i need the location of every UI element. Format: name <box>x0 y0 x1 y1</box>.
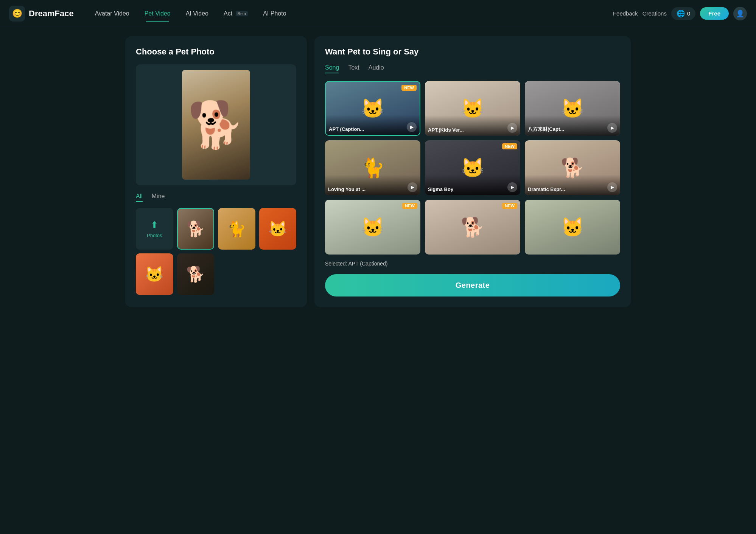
nav-right: Feedback Creations 🌐 0 Free 👤 <box>613 7 747 20</box>
new-badge-sigma: NEW <box>502 143 517 149</box>
song-label-sigma: Sigma Boy ▶ <box>425 175 520 195</box>
right-panel: Want Pet to Sing or Say Song Text Audio … <box>314 36 631 307</box>
feedback-link[interactable]: Feedback <box>613 10 638 17</box>
logo-text: DreamFace <box>29 9 74 19</box>
nav-item-ai-video[interactable]: AI Video <box>180 7 215 20</box>
nav-item-act[interactable]: Act Beta <box>218 7 254 20</box>
song-tabs: Song Text Audio <box>325 64 620 73</box>
tab-text[interactable]: Text <box>348 64 359 73</box>
globe-icon: 🌐 <box>677 9 685 18</box>
thumb-img-cat-fat: 🐱 <box>259 208 297 250</box>
play-btn-loving[interactable]: ▶ <box>408 182 417 192</box>
nav-item-pet-video[interactable]: Pet Video <box>138 7 177 20</box>
thumb-img-dog2: 🐕 <box>177 253 215 295</box>
play-btn-apt-kids[interactable]: ▶ <box>507 123 517 133</box>
upload-label: Photos <box>147 233 162 238</box>
left-panel-title: Choose a Pet Photo <box>136 47 296 57</box>
photo-thumb-dog1[interactable]: 🐕 <box>177 208 215 250</box>
new-badge-row3a: NEW <box>402 203 417 209</box>
song-card-row3b[interactable]: 🐕 NEW <box>425 200 520 255</box>
photo-thumb-cat1[interactable]: 🐈 <box>218 208 255 250</box>
tab-mine[interactable]: Mine <box>152 193 165 202</box>
song-card-apt-cap[interactable]: 🐱 NEW APT (Caption... ▶ <box>325 81 420 136</box>
song-card-loving[interactable]: 🐈 Loving You at ... ▶ <box>325 140 420 195</box>
song-card-sigma[interactable]: 🐱 NEW Sigma Boy ▶ <box>425 140 520 195</box>
act-badge: Beta <box>236 11 248 16</box>
upload-icon: ⬆ <box>151 220 158 230</box>
thumb-img-cat-orange: 🐱 <box>136 253 173 295</box>
nav-item-avatar-video[interactable]: Avatar Video <box>89 7 135 20</box>
logo-icon: 😊 <box>9 6 25 22</box>
selected-song-text: Selected: APT (Captioned) <box>325 261 620 267</box>
tab-song[interactable]: Song <box>325 64 339 73</box>
creations-link[interactable]: Creations <box>642 10 667 17</box>
credits-display: 🌐 0 <box>671 7 695 20</box>
navbar: 😊 DreamFace Avatar Video Pet Video AI Vi… <box>0 0 756 27</box>
new-badge-row3b: NEW <box>502 203 517 209</box>
free-button[interactable]: Free <box>700 7 729 20</box>
song-img-row3c: 🐱 <box>525 200 620 255</box>
photo-thumb-dog2[interactable]: 🐕 <box>177 253 215 295</box>
play-btn-bafang[interactable]: ▶ <box>607 123 617 133</box>
song-label-bafang: 八方来财(Capt... ▶ <box>525 115 620 136</box>
play-btn-apt-cap[interactable]: ▶ <box>407 122 417 132</box>
song-label-loving: Loving You at ... ▶ <box>325 175 420 195</box>
thumb-img-cat1: 🐈 <box>218 208 255 250</box>
play-btn-dramatic[interactable]: ▶ <box>607 182 617 192</box>
left-panel: Choose a Pet Photo All Mine ⬆ Photos 🐕 🐈 <box>125 36 307 307</box>
photo-tabs: All Mine <box>136 193 296 202</box>
photo-grid: ⬆ Photos 🐕 🐈 🐱 🐱 🐕 <box>136 208 296 295</box>
nav-item-ai-photo[interactable]: AI Photo <box>257 7 292 20</box>
tab-audio[interactable]: Audio <box>369 64 384 73</box>
generate-button[interactable]: Generate <box>325 274 620 296</box>
new-badge-apt-cap: NEW <box>401 85 417 91</box>
logo[interactable]: 😊 DreamFace <box>9 6 74 22</box>
play-btn-sigma[interactable]: ▶ <box>507 182 517 192</box>
main-content: Choose a Pet Photo All Mine ⬆ Photos 🐕 🐈 <box>113 27 643 316</box>
credits-count: 0 <box>687 10 690 17</box>
song-card-dramatic[interactable]: 🐕 Dramatic Expr... ▶ <box>525 140 620 195</box>
photo-thumb-cat-orange[interactable]: 🐱 <box>136 253 173 295</box>
right-panel-title: Want Pet to Sing or Say <box>325 47 620 57</box>
song-label-apt-cap: APT (Caption... ▶ <box>326 115 420 135</box>
main-photo-area <box>136 64 296 185</box>
song-grid: 🐱 NEW APT (Caption... ▶ 🐱 APT.(Kids Ver.… <box>325 81 620 255</box>
song-card-row3c[interactable]: 🐱 <box>525 200 620 255</box>
nav-links: Avatar Video Pet Video AI Video Act Beta… <box>89 7 610 20</box>
user-avatar[interactable]: 👤 <box>733 7 747 20</box>
tab-all[interactable]: All <box>136 193 143 202</box>
song-card-bafang[interactable]: 🐱 八方来财(Capt... ▶ <box>525 81 620 136</box>
song-label-dramatic: Dramatic Expr... ▶ <box>525 175 620 195</box>
photo-thumb-cat-fat[interactable]: 🐱 <box>259 208 297 250</box>
song-label-apt-kids: APT.(Kids Ver... ▶ <box>425 115 520 136</box>
song-card-row3a[interactable]: 🐱 NEW <box>325 200 420 255</box>
selected-pet-photo <box>182 70 250 180</box>
song-card-apt-kids[interactable]: 🐱 APT.(Kids Ver... ▶ <box>425 81 520 136</box>
thumb-img-dog1: 🐕 <box>178 209 214 249</box>
upload-button[interactable]: ⬆ Photos <box>136 208 173 250</box>
